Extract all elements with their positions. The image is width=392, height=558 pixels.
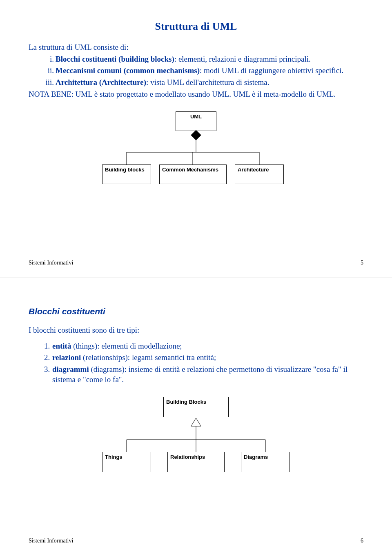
item-bold: diagrammi xyxy=(52,365,89,373)
footer-page-number: 5 xyxy=(361,260,363,266)
list-item: iii. Architettura (Architecture): vista … xyxy=(44,78,363,88)
intro-text: La struttura di UML consiste di: xyxy=(29,42,363,53)
diagram-box: Relationships xyxy=(167,452,225,472)
uml-composition-diagram: UML Building blocks Common Mechanisms Ar… xyxy=(90,111,302,189)
footer-left: Sistemi Informativi xyxy=(29,260,73,266)
diagram-box: Common Mechanisms xyxy=(159,165,227,184)
footer-left: Sistemi Informativi xyxy=(29,538,73,544)
building-blocks-diagram: Building Blocks Things Relationships Dia… xyxy=(90,397,302,478)
list-item: 3. diagrammi (diagrams): insieme di enti… xyxy=(44,365,363,385)
item-bold: Meccanismi comuni (common mechanisms) xyxy=(56,66,200,75)
page-title: Struttura di UML xyxy=(29,20,363,33)
item-bold: entità xyxy=(52,342,71,350)
item-rest: : modi UML di raggiungere obiettivi spec… xyxy=(200,66,343,75)
item-bold: Blocchi costituenti (building blocks) xyxy=(56,55,174,63)
item-rest: (relationships): legami semantici tra en… xyxy=(81,353,216,362)
diagram-box: Building blocks xyxy=(102,165,151,184)
intro-text: I blocchi costituenti sono di tre tipi: xyxy=(29,325,363,336)
item-bold: relazioni xyxy=(52,353,81,362)
list-marker: 1. xyxy=(44,341,50,351)
slide-1: Struttura di UML La struttura di UML con… xyxy=(0,0,392,278)
list-marker: 3. xyxy=(44,365,50,375)
roman-list: i. Blocchi costituenti (building blocks)… xyxy=(29,54,363,88)
list-item: i. Blocchi costituenti (building blocks)… xyxy=(44,54,363,64)
diagram-box: Architecture xyxy=(235,165,284,184)
item-rest: : elementi, relazioni e diagrammi princi… xyxy=(174,55,311,63)
slide-footer: Sistemi Informativi 6 xyxy=(29,538,363,544)
page-subtitle: Blocchi costituenti xyxy=(29,307,363,316)
arabic-list: 1. entità (things): elementi di modellaz… xyxy=(29,341,363,385)
list-marker: i. xyxy=(44,54,54,64)
item-bold: Architettura (Architecture) xyxy=(56,78,146,87)
item-rest: (things): elementi di modellazione; xyxy=(71,342,182,350)
generalization-triangle-icon xyxy=(191,418,201,426)
list-item: 2. relazioni (relationships): legami sem… xyxy=(44,353,363,363)
list-marker: iii. xyxy=(44,78,54,88)
list-marker: ii. xyxy=(44,66,54,76)
diagram-box: Diagrams xyxy=(241,452,290,472)
list-item: 1. entità (things): elementi di modellaz… xyxy=(44,341,363,351)
item-rest: (diagrams): insieme di entità e relazion… xyxy=(52,365,347,384)
diagram-box: Things xyxy=(102,452,151,472)
slide-footer: Sistemi Informativi 5 xyxy=(29,260,363,266)
footer-page-number: 6 xyxy=(361,538,363,544)
slide-2: Blocchi costituenti I blocchi costituent… xyxy=(0,278,392,556)
list-marker: 2. xyxy=(44,353,50,363)
note-text: NOTA BENE: UML è stato progettato e mode… xyxy=(29,89,363,100)
list-item: ii. Meccanismi comuni (common mechanisms… xyxy=(44,66,363,76)
item-rest: : vista UML dell'architettura di sistema… xyxy=(146,78,269,87)
